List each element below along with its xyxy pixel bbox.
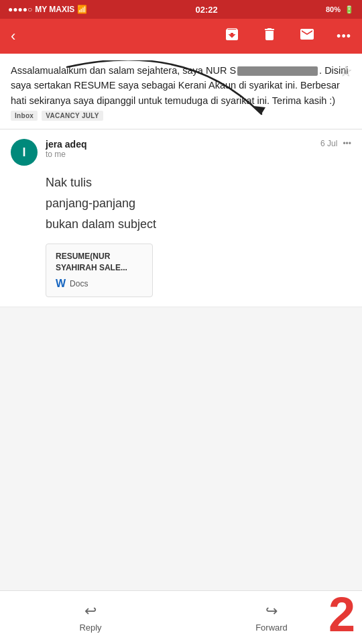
mail-button[interactable] <box>295 22 319 50</box>
forward-label: Forward <box>255 623 288 633</box>
email-body: Nak tulis panjang-panjang bukan dalam su… <box>11 172 351 234</box>
email-more[interactable]: ••• <box>343 139 351 148</box>
subject-block: ☆ Assalamualaikum dan salam sejahtera, s… <box>0 54 362 129</box>
reply-label: Reply <box>79 623 101 633</box>
wifi-icon: 📶 <box>77 5 87 14</box>
subject-tags: Inbox VACANCY JULY <box>11 111 103 121</box>
attachment-name: RESUME(NUR SYAHIRAH SALE... <box>56 251 143 274</box>
battery-percent: 80% <box>326 5 341 13</box>
more-button[interactable]: ••• <box>333 25 355 48</box>
email-preview-text: Assalamualaikum dan salam sejahtera, say… <box>11 63 351 108</box>
status-right: 80% 🔋 <box>326 5 354 14</box>
redacted-name <box>237 66 318 76</box>
action-bar: ↩ Reply ↪ Forward 2 <box>0 590 362 644</box>
signal-dots: ●●●●○ <box>8 5 32 14</box>
archive-button[interactable] <box>220 22 244 50</box>
word-icon: W <box>56 278 66 290</box>
avatar: I <box>11 139 38 166</box>
status-bar: ●●●●○ MY MAXIS 📶 02:22 80% 🔋 <box>0 0 362 19</box>
body-line-3: bukan dalam subject <box>46 214 351 235</box>
tag-vacancy: VACANCY JULY <box>42 111 103 121</box>
status-time: 02:22 <box>196 5 218 15</box>
body-line-2: panjang-panjang <box>46 193 351 214</box>
sender-info: jera adeq to me <box>46 139 312 159</box>
attachment-card[interactable]: RESUME(NUR SYAHIRAH SALE... W Docs <box>46 244 153 297</box>
delete-button[interactable] <box>257 22 282 50</box>
status-carrier: ●●●●○ MY MAXIS 📶 <box>8 5 87 14</box>
email-card: I jera adeq to me 6 Jul ••• Nak tulis pa… <box>0 129 362 307</box>
sender-to: to me <box>46 150 312 159</box>
reply-icon: ↩ <box>84 602 97 620</box>
toolbar: ‹ ••• <box>0 19 362 54</box>
battery-icon: 🔋 <box>345 5 354 14</box>
big-number-2: 2 <box>328 590 355 639</box>
email-header: I jera adeq to me 6 Jul ••• <box>11 139 351 166</box>
body-line-1: Nak tulis <box>46 172 351 193</box>
forward-icon: ↪ <box>265 602 278 620</box>
star-icon[interactable]: ☆ <box>339 63 353 80</box>
reply-button[interactable]: ↩ Reply <box>0 591 181 644</box>
sender-name: jera adeq <box>46 139 312 150</box>
back-button[interactable]: ‹ <box>7 23 19 49</box>
attachment-format: Docs <box>70 279 88 288</box>
attachment-type: W Docs <box>56 278 143 290</box>
email-meta: 6 Jul ••• <box>320 139 351 148</box>
carrier-name: MY MAXIS <box>35 5 74 14</box>
tag-inbox: Inbox <box>11 111 38 121</box>
email-date: 6 Jul <box>320 139 337 148</box>
